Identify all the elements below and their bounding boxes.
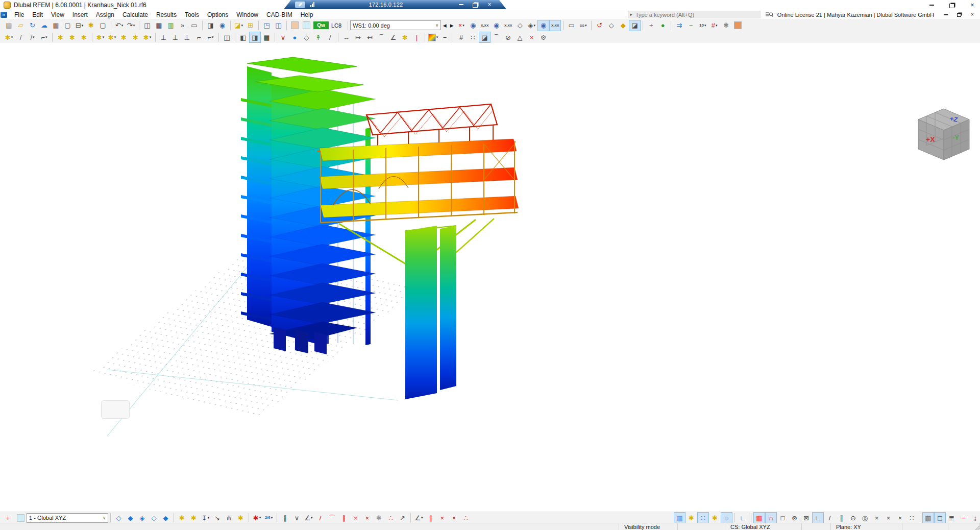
node-display-button[interactable]: ● [657,20,669,31]
swatch-peach[interactable] [289,20,301,31]
line-snap-button[interactable]: / [824,512,836,523]
snap-bisector-button[interactable]: ∨ [291,512,303,523]
panel-control-button[interactable]: ◨ [205,20,216,31]
dot-grid-toggle[interactable]: ∷ [697,512,709,523]
snap-tangent-button[interactable]: ↗ [397,512,408,523]
menu-item[interactable]: Help [297,11,317,19]
remote-close-button[interactable]: × [486,2,493,8]
new-object-button[interactable]: ✱▾ [3,32,15,43]
cross-snap-b-button[interactable]: × [883,512,894,523]
arrange-windows-button[interactable]: ◫ [273,20,284,31]
lattice-button[interactable]: ✱ [720,20,732,31]
new-from-template-button[interactable]: ✱ [85,20,97,31]
panel-orange-button[interactable] [732,20,744,31]
grid-settings-button[interactable]: ✱ [685,512,697,523]
guide-cross-button[interactable]: × [436,512,448,523]
selection-view-toggle[interactable]: ◌ [721,512,732,523]
cross-snap-a-button[interactable]: × [871,512,883,523]
plane-edit-toggle[interactable]: ◪ [479,32,491,43]
level-down-button[interactable]: ↧▾ [200,512,211,523]
settings-box-button[interactable]: ⚙ [537,32,549,43]
dim-red-button[interactable]: − [958,512,969,523]
section-plane-toggle[interactable]: ◪ [629,20,641,31]
data-tables-button[interactable]: ◫ [141,20,153,31]
spreadsheet-button[interactable]: ▦ [153,20,165,31]
insert-solid-button[interactable]: ✱ [118,32,130,43]
arc-tool-button[interactable]: ⌒ [491,32,502,43]
values-on-surfaces-button[interactable]: x,xx [479,20,491,31]
menu-item[interactable]: Insert [68,11,92,19]
show-results-button[interactable]: ◉ [491,20,502,31]
release-button[interactable]: ⌐▾ [205,32,216,43]
mdi-minimize-button[interactable] [943,12,948,17]
menu-item[interactable]: Tools [181,11,203,19]
nodal-support-button[interactable]: ⊥ [158,32,169,43]
dim-linear-button[interactable]: ↔ [340,32,352,43]
delete-mode-button[interactable]: × [526,32,537,43]
snap-nodes-button[interactable]: ∴ [385,512,397,523]
ortho-snap-button[interactable]: ⊖ [847,512,859,523]
line-support-button[interactable]: ⊥ [169,32,181,43]
guide-parallel-button[interactable]: ∥ [425,512,436,523]
tripod-button[interactable]: ⋔ [223,512,235,523]
result-values-button[interactable]: x,xx [502,20,514,31]
menu-item[interactable]: View [47,11,68,19]
snap-angle-button[interactable]: ∠▾ [303,512,314,523]
magnet-toggle[interactable]: ∩ [765,512,777,523]
view-upright-button[interactable]: ◧ [237,32,249,43]
iso-values-dropdown[interactable]: ◈▾ [526,20,537,31]
insert-surface-button[interactable]: ✱▾ [94,32,106,43]
values-visible-toggle[interactable]: ◉ [537,20,549,31]
close-button[interactable]: × [969,2,976,8]
solid-box-button[interactable]: ◇ [301,32,312,43]
parallel-snap-button[interactable]: ∥ [836,512,847,523]
draw-member-button[interactable]: / [15,32,27,43]
dlubal-logo-icon[interactable]: ≈ [1,12,7,18]
cloud-sync-button[interactable]: ☁ [38,20,50,31]
minimize-button[interactable] [928,2,935,8]
grid-new-button[interactable]: ✱ [188,512,200,523]
insert-plate-button[interactable]: ✱▾ [106,32,118,43]
work-plane-button[interactable]: ∟ [737,512,749,523]
search-input[interactable] [634,11,758,18]
menu-item[interactable]: Edit [28,11,47,19]
guide-line-button[interactable]: | [411,32,423,43]
layers-button[interactable]: ≣ [946,512,958,523]
insert-node-button[interactable]: ✱ [55,32,66,43]
menu-item[interactable]: CAD-BIM [262,11,297,19]
snap-line-button[interactable]: / [314,512,326,523]
snap-cross2-button[interactable]: × [361,512,373,523]
reset-view-button[interactable]: ↺ [594,20,605,31]
grid-points-button[interactable]: ∷ [467,32,479,43]
display-grid-toggle[interactable]: ▦ [674,512,685,523]
sphere-view-button[interactable]: ● [289,32,301,43]
menu-item[interactable]: Assign [92,11,118,19]
decimal-places-button[interactable]: 10▾ [697,20,708,31]
remote-minimize-button[interactable] [457,2,464,8]
swatch-cyan[interactable] [301,20,312,31]
add-frame-button[interactable]: ⊞ [244,20,256,31]
insert-member-button[interactable]: ✱ [78,32,90,43]
cross-snap-c-button[interactable]: × [894,512,906,523]
view-isometric-button[interactable]: ◇ [113,512,125,523]
search-icon[interactable] [766,12,773,18]
insert-line-button[interactable]: ✱ [66,32,78,43]
navigation-cube[interactable]: +Z +X -Y [913,104,975,163]
grid-magnet-toggle[interactable]: ▦ [753,512,765,523]
result-tables-button[interactable]: ▥ [165,20,177,31]
insert-window-button[interactable]: ✱▾ [141,32,153,43]
numbering-button[interactable]: 2/6▾ [263,512,275,523]
annotation-button[interactable]: ✱ [399,32,411,43]
keyword-search[interactable]: ▸ [628,11,761,18]
view-plane-toggle[interactable]: ◨ [249,32,261,43]
command-console-button[interactable]: » [177,20,188,31]
undo-button[interactable]: ↶▾ [113,20,125,31]
chain-function-button[interactable]: ∞▾ [577,20,589,31]
minus-button[interactable]: − [439,32,451,43]
view-rotate-button[interactable]: ◆ [160,512,172,523]
dim-slope-button[interactable]: ∠ [387,32,399,43]
remote-restore-button[interactable] [472,2,479,8]
menu-item[interactable]: Calculate [118,11,152,19]
blank-document-button[interactable]: ▢ [97,20,109,31]
hinge-button[interactable]: ⌐ [193,32,205,43]
